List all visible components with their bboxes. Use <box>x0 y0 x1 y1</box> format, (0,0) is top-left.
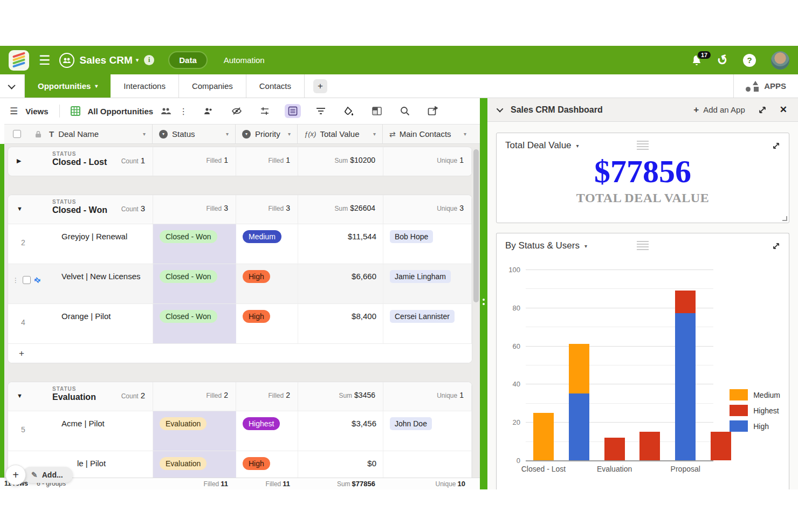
deal-name-cell[interactable]: le | Pilot <box>77 458 106 469</box>
deal-name-cell[interactable]: Greyjoy | Renewal <box>61 231 127 242</box>
widget-drag-handle[interactable] <box>637 141 649 151</box>
table-row[interactable]: ⋮⇄Velvet | New LicensesClosed - WonHigh$… <box>8 264 472 303</box>
table-row[interactable]: 4Orange | PilotClosed - WonHigh$8,400Cer… <box>8 303 472 343</box>
chevron-down-icon[interactable]: ▾ <box>136 57 139 64</box>
add-detailed-button[interactable]: ✎ Add... <box>23 467 73 483</box>
table-row[interactable]: 2Greyjoy | RenewalClosed - WonMedium$11,… <box>8 224 472 264</box>
chevron-down-icon[interactable]: ▾ <box>373 131 376 137</box>
add-an-app-button[interactable]: + Add an App <box>693 105 745 115</box>
expand-widget-icon[interactable] <box>772 242 780 250</box>
widget-title[interactable]: By Status & Users <box>505 240 580 251</box>
vertical-scrollbar[interactable] <box>473 149 479 302</box>
deal-name-cell[interactable]: Orange | Pilot <box>61 310 111 322</box>
share-view-users-icon[interactable] <box>201 104 217 118</box>
view-options-kebab-icon[interactable]: ⋮ <box>179 106 188 116</box>
share-icon[interactable] <box>425 104 441 118</box>
table-row[interactable]: 5Acme | PilotEvaluationHighest$3,456John… <box>8 411 472 451</box>
collapse-panel-icon[interactable] <box>497 106 504 113</box>
column-header-total-value[interactable]: ƒ(x) Total Value ▾ <box>298 125 383 143</box>
group-settings-icon[interactable] <box>257 104 273 118</box>
deal-name-cell[interactable]: Acme | Pilot <box>61 418 105 429</box>
total-value-cell[interactable]: $11,544 <box>298 224 383 264</box>
row-checkbox[interactable] <box>23 276 31 284</box>
column-header-priority[interactable]: ▾ Priority ▾ <box>236 125 298 143</box>
column-header-main-contacts[interactable]: ⇄ Main Contacts ▾ <box>383 125 473 143</box>
chevron-down-icon[interactable]: ▾ <box>464 131 466 137</box>
apps-button[interactable]: APPS <box>733 74 798 98</box>
row-name-cell[interactable]: 5Acme | Pilot <box>8 411 153 451</box>
select-all-checkbox[interactable] <box>13 130 21 138</box>
group-header[interactable]: ▼STATUSEvaluationCount2Filled2Filled2Sum… <box>8 382 472 411</box>
bar-Proposal[interactable] <box>675 291 696 460</box>
view-name[interactable]: All Opportunities <box>88 107 154 116</box>
row-height-icon[interactable] <box>285 104 301 118</box>
bar-Evaluation[interactable] <box>604 438 625 460</box>
bar-column-6[interactable] <box>711 432 731 460</box>
history-icon[interactable]: ↺ <box>715 51 730 69</box>
workspace-icon[interactable] <box>59 53 74 68</box>
chevron-down-icon[interactable]: ▾ <box>226 131 229 137</box>
column-header-status[interactable]: ▾ Status ▾ <box>153 125 236 143</box>
main-contact-cell[interactable]: Cersei Lannister <box>383 304 472 343</box>
widget-title[interactable]: Total Deal Value <box>505 140 572 151</box>
status-cell[interactable]: Evaluation <box>153 411 236 451</box>
tab-companies[interactable]: Companies <box>179 74 246 98</box>
drag-row-icon[interactable]: ⋮ <box>12 277 19 284</box>
collapse-group-icon[interactable]: ▼ <box>17 205 23 212</box>
user-avatar[interactable] <box>771 51 789 70</box>
expand-row-icon[interactable]: ⇄ <box>32 275 42 285</box>
priority-cell[interactable]: High <box>236 264 298 303</box>
main-contact-cell[interactable] <box>383 451 472 478</box>
priority-cell[interactable]: Medium <box>236 224 298 264</box>
data-tab-button[interactable]: Data <box>168 51 208 69</box>
group-header[interactable]: ▶STATUSClosed - LostCount1Filled1Filled1… <box>8 147 472 176</box>
notifications-button[interactable]: 17 <box>691 54 702 66</box>
tab-list-chevron-button[interactable] <box>0 74 25 98</box>
widget-drag-handle[interactable] <box>637 241 649 252</box>
collapse-group-icon[interactable]: ▼ <box>17 392 23 399</box>
expand-widget-icon[interactable] <box>772 142 780 150</box>
chevron-down-icon[interactable]: ▾ <box>584 243 587 249</box>
stackby-logo-icon[interactable] <box>9 50 29 71</box>
column-header-deal-name[interactable]: T Deal Name ▾ <box>4 125 153 143</box>
chevron-down-icon[interactable]: ▾ <box>288 131 291 137</box>
main-contact-cell[interactable]: Jamie Lingham <box>383 264 472 303</box>
status-cell[interactable]: Closed - Won <box>153 304 236 343</box>
search-icon[interactable] <box>397 104 413 118</box>
row-name-cell[interactable]: 4Orange | Pilot <box>8 304 153 343</box>
filter-icon[interactable] <box>313 104 329 118</box>
widget-resize-handle[interactable] <box>782 216 787 221</box>
expand-panel-icon[interactable] <box>758 106 767 114</box>
bar-Closed - Lost[interactable] <box>533 413 554 461</box>
card-preview-icon[interactable] <box>369 104 385 118</box>
group-header[interactable]: ▼STATUSClosed - WonCount3Filled3Filled3S… <box>8 195 472 224</box>
row-name-cell[interactable]: ⋮⇄Velvet | New Licenses <box>8 264 153 303</box>
priority-cell[interactable]: High <box>236 451 298 478</box>
add-row-button[interactable]: + <box>5 465 26 485</box>
help-icon[interactable]: ? <box>743 54 756 67</box>
panel-resize-divider[interactable] <box>480 98 487 489</box>
main-contact-cell[interactable]: John Doe <box>383 411 472 451</box>
color-fill-icon[interactable] <box>341 104 357 118</box>
automation-tab-button[interactable]: Automation <box>224 56 265 65</box>
hamburger-menu-icon[interactable]: ☰ <box>39 53 51 68</box>
bar-column-4[interactable] <box>639 432 660 460</box>
add-table-button[interactable]: + <box>313 79 327 93</box>
chevron-down-icon[interactable]: ▾ <box>143 131 146 137</box>
close-panel-icon[interactable]: ✕ <box>780 104 787 115</box>
views-menu-icon[interactable]: ☰ <box>10 106 18 117</box>
info-icon[interactable]: i <box>144 55 154 65</box>
chevron-down-icon[interactable]: ▾ <box>576 143 579 149</box>
expand-group-icon[interactable]: ▶ <box>17 157 21 164</box>
bar-column-2[interactable] <box>569 344 589 460</box>
main-contact-cell[interactable]: Bob Hope <box>383 224 472 264</box>
status-cell[interactable]: Closed - Won <box>153 264 236 303</box>
priority-cell[interactable]: High <box>236 304 298 343</box>
priority-cell[interactable]: Highest <box>236 411 298 451</box>
row-name-cell[interactable]: 2Greyjoy | Renewal <box>8 224 153 264</box>
divider-drag-handle[interactable] <box>483 299 485 307</box>
collaborators-icon[interactable] <box>161 107 171 115</box>
hide-fields-icon[interactable] <box>229 104 245 118</box>
total-value-cell[interactable]: $0 <box>298 451 383 478</box>
views-label[interactable]: Views <box>25 107 48 116</box>
